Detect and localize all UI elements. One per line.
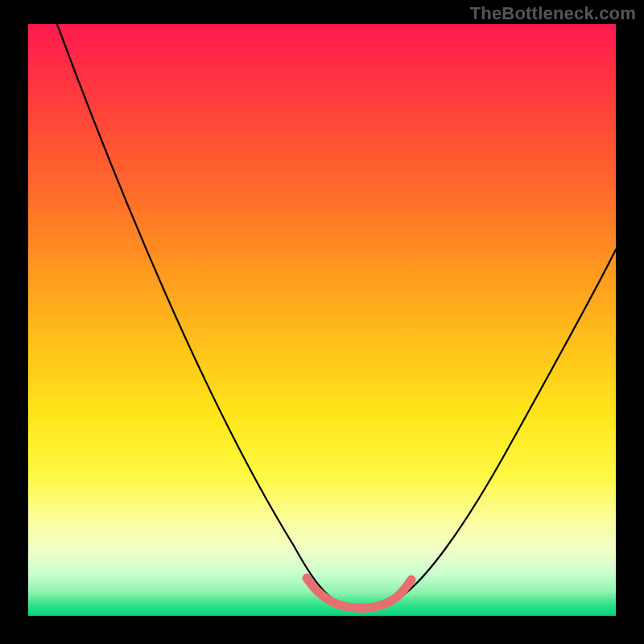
chart-frame: TheBottleneck.com [0, 0, 644, 644]
optimal-band-curve [307, 578, 411, 609]
attribution-text: TheBottleneck.com [470, 3, 636, 24]
plot-area [28, 24, 616, 616]
curve-overlay [28, 24, 616, 616]
bottleneck-curve [57, 24, 616, 609]
